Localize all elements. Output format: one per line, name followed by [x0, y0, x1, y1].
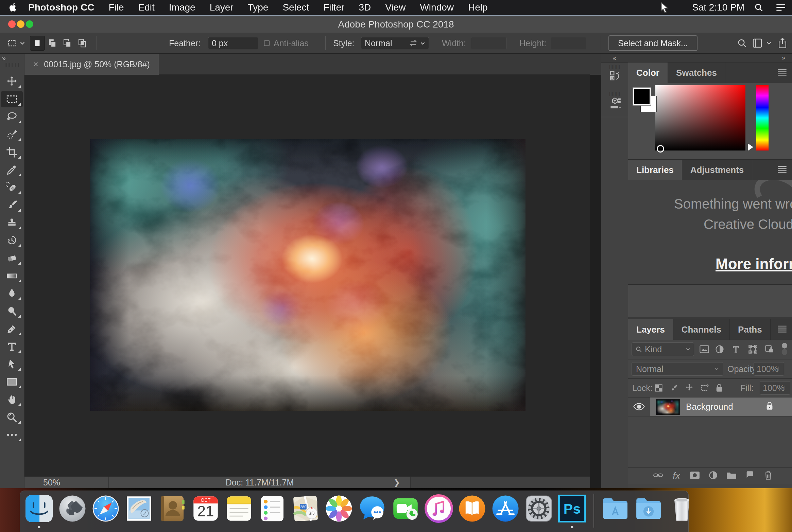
tab-paths[interactable]: Paths [730, 319, 771, 340]
lock-image-pixels-icon[interactable] [667, 381, 681, 395]
menu-layer[interactable]: Layer [203, 2, 241, 13]
swap-dimensions-icon[interactable] [408, 33, 419, 54]
menu-window[interactable]: Window [413, 2, 461, 13]
dock-notes-icon[interactable] [224, 494, 254, 524]
filter-type-layers-icon[interactable] [728, 342, 743, 356]
menu-select[interactable]: Select [275, 2, 316, 13]
move-tool[interactable] [1, 73, 23, 90]
filter-adjustment-layers-icon[interactable] [712, 342, 727, 356]
3d-panel-button[interactable]: |||||||| [601, 90, 628, 117]
width-input[interactable] [471, 33, 506, 54]
feather-input[interactable]: 0 px [208, 33, 258, 54]
brush-tool[interactable] [1, 197, 23, 213]
clone-stamp-tool[interactable] [1, 215, 23, 231]
more-info-link[interactable]: More information [716, 255, 792, 272]
canvas-area[interactable] [24, 75, 590, 476]
document-size-status[interactable]: Doc: 11.7M/11.7M [109, 477, 411, 488]
tool-preset-picker[interactable] [7, 33, 25, 54]
toolbar-expand-icon[interactable]: » [2, 54, 6, 62]
filter-shape-layers-icon[interactable] [745, 342, 760, 356]
layer-effects-icon[interactable]: fx [673, 471, 680, 481]
link-layers-icon[interactable] [653, 472, 663, 480]
zoom-tool[interactable] [1, 409, 23, 425]
spotlight-search-icon[interactable] [748, 3, 770, 12]
select-and-mask-button[interactable]: Select and Mask... [608, 33, 698, 54]
hand-tool[interactable] [1, 391, 23, 408]
rectangle-tool[interactable] [1, 374, 23, 390]
collapse-panels-icon[interactable]: « [601, 54, 628, 63]
delete-layer-icon[interactable] [764, 471, 773, 481]
color-panel-menu-icon[interactable] [777, 68, 787, 77]
document-tab[interactable]: × 00015.jpg @ 50% (RGB/8#) [24, 54, 159, 75]
menu-help[interactable]: Help [461, 2, 495, 13]
new-group-icon[interactable] [726, 471, 737, 481]
dock-books-icon[interactable] [457, 494, 487, 524]
close-tab-icon[interactable]: × [33, 59, 38, 70]
path-selection-tool[interactable] [1, 356, 23, 372]
opacity-input[interactable]: 100% [754, 362, 784, 376]
lock-all-icon[interactable] [712, 381, 726, 395]
hue-slider-pointer[interactable] [748, 143, 753, 151]
zoom-level-field[interactable]: 50% [24, 477, 109, 488]
history-panel-button[interactable]: |||||||| [601, 63, 628, 90]
dock-reminders-icon[interactable] [257, 494, 287, 524]
dodge-tool[interactable] [1, 303, 23, 319]
window-title-bar[interactable]: Adobe Photoshop CC 2018 [0, 15, 792, 33]
menu-3d[interactable]: 3D [351, 2, 378, 13]
hue-slider[interactable] [756, 85, 769, 150]
layer-filter-toggle[interactable] [777, 342, 792, 356]
ellipsis-tool[interactable] [1, 427, 23, 443]
dock-calendar-icon[interactable]: OCT21 [191, 494, 221, 524]
dock-contacts-icon[interactable] [157, 494, 187, 524]
dock-launchpad-icon[interactable] [57, 494, 87, 524]
new-layer-icon[interactable] [745, 471, 755, 481]
tab-layers[interactable]: Layers [628, 319, 673, 340]
color-picker-ring[interactable] [657, 145, 664, 153]
share-icon[interactable] [778, 33, 787, 54]
dock-folder-downloads-icon[interactable] [634, 494, 664, 524]
tab-color[interactable]: Color [628, 63, 668, 83]
workspace-switcher-icon[interactable] [752, 33, 763, 54]
menu-edit[interactable]: Edit [131, 2, 162, 13]
dock-maps-icon[interactable]: 2803D [291, 494, 321, 524]
search-icon[interactable] [737, 33, 747, 54]
layer-row-background[interactable]: Background [628, 397, 792, 416]
lasso-tool[interactable] [1, 109, 23, 125]
dock-appstore-icon[interactable] [490, 494, 520, 524]
tab-adjustments[interactable]: Adjustments [682, 160, 752, 180]
eyedropper-tool[interactable] [1, 162, 23, 178]
dock-itunes-icon[interactable] [424, 494, 454, 524]
fill-input[interactable]: 100% [760, 381, 790, 395]
expand-panels-icon[interactable]: » [628, 54, 792, 63]
tab-swatches[interactable]: Swatches [668, 63, 725, 83]
status-bar-chevron-icon[interactable]: ❯ [393, 477, 400, 488]
dock-folder-apps-icon[interactable] [600, 494, 630, 524]
filter-pixel-layers-icon[interactable] [697, 342, 712, 356]
foreground-color-swatch[interactable] [633, 88, 651, 105]
new-selection-button[interactable] [30, 36, 45, 51]
dock-mail-icon[interactable] [124, 494, 154, 524]
intersect-selection-button[interactable] [75, 36, 90, 51]
rectangular-marquee-tool[interactable] [1, 91, 23, 107]
dock-trash-icon[interactable] [667, 494, 697, 524]
lock-artboard-icon[interactable] [698, 381, 711, 395]
style-select[interactable]: Normal [361, 33, 429, 54]
chevron-down-icon[interactable] [766, 33, 772, 54]
libraries-panel-menu-icon[interactable] [777, 165, 787, 174]
color-saturation-field[interactable] [655, 85, 745, 150]
dock-photoshop-icon[interactable]: Ps [557, 494, 587, 524]
new-adjustment-layer-icon[interactable] [708, 471, 718, 481]
spot-healing-tool[interactable] [1, 179, 23, 196]
crop-tool[interactable] [1, 144, 23, 160]
tab-libraries[interactable]: Libraries [628, 160, 682, 180]
eraser-tool[interactable] [1, 250, 23, 266]
layer-visibility-icon[interactable] [633, 402, 645, 413]
lock-transparent-pixels-icon[interactable] [652, 381, 666, 395]
apple-menu-icon[interactable] [7, 2, 16, 13]
pen-tool[interactable] [1, 321, 23, 337]
gradient-tool[interactable] [1, 268, 23, 284]
layer-thumbnail[interactable] [656, 399, 680, 415]
blur-tool[interactable] [1, 285, 23, 302]
canvas-image[interactable] [90, 139, 526, 411]
menu-view[interactable]: View [378, 2, 413, 13]
